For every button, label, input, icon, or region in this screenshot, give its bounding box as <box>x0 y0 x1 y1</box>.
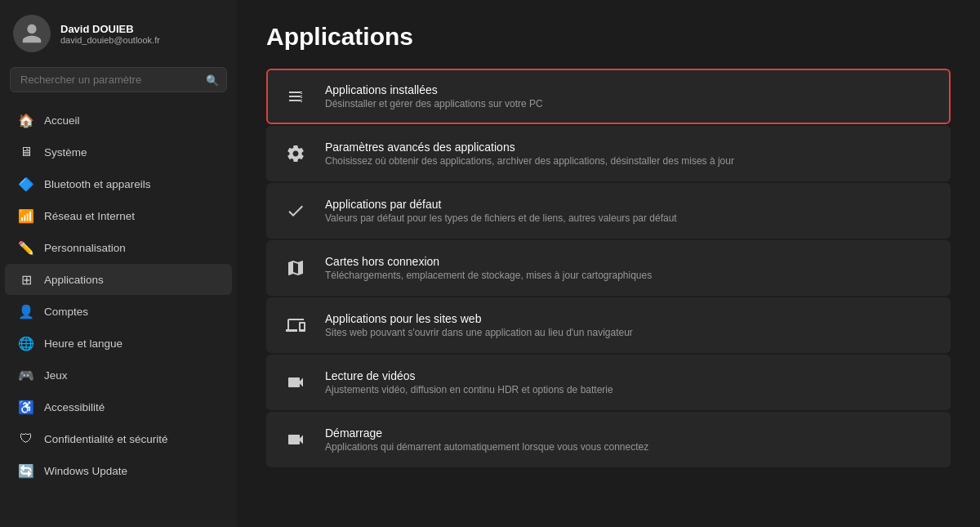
settings-title-video: Lecture de vidéos <box>325 369 613 382</box>
settings-icon-advanced <box>281 139 310 168</box>
settings-item-offline-maps[interactable]: Cartes hors connexion Téléchargements, e… <box>266 240 951 296</box>
nav-label-personnalisation: Personnalisation <box>44 242 126 254</box>
settings-icon-offline-maps <box>281 253 310 283</box>
sidebar-item-systeme[interactable]: 🖥 Système <box>5 136 232 167</box>
settings-icon-default <box>281 196 310 226</box>
nav-icon-windows-update: 🔄 <box>18 462 34 479</box>
sidebar-item-heure[interactable]: 🌐 Heure et langue <box>5 328 232 359</box>
settings-text-default: Applications par défaut Valeurs par défa… <box>325 198 677 224</box>
settings-title-offline-maps: Cartes hors connexion <box>325 255 652 268</box>
nav-icon-heure: 🌐 <box>18 335 34 351</box>
settings-text-offline-maps: Cartes hors connexion Téléchargements, e… <box>325 255 652 281</box>
nav-label-comptes: Comptes <box>44 306 88 318</box>
settings-desc-default: Valeurs par défaut pour les types de fic… <box>325 212 677 224</box>
sidebar-item-reseau[interactable]: 📶 Réseau et Internet <box>5 200 232 231</box>
settings-desc-startup: Applications qui démarrent automatiqueme… <box>325 441 648 453</box>
user-name: David DOUIEB <box>60 23 160 35</box>
settings-text-startup: Démarrage Applications qui démarrent aut… <box>325 427 648 453</box>
search-container: 🔍 <box>10 67 227 92</box>
nav-label-accueil: Accueil <box>44 114 80 127</box>
main-content: Applications Applications installées Dés… <box>237 0 980 527</box>
settings-item-default[interactable]: Applications par défaut Valeurs par défa… <box>266 183 951 239</box>
settings-title-advanced: Paramètres avancés des applications <box>325 141 734 154</box>
settings-list: Applications installées Désinstaller et … <box>266 69 951 467</box>
settings-text-advanced: Paramètres avancés des applications Choi… <box>325 141 734 167</box>
settings-title-websites: Applications pour les sites web <box>325 312 633 325</box>
nav-list: 🏠 Accueil 🖥 Système 🔷 Bluetooth et appar… <box>0 100 237 490</box>
settings-title-installed: Applications installées <box>325 83 543 96</box>
sidebar-item-confidentialite[interactable]: 🛡 Confidentialité et sécurité <box>5 423 232 454</box>
settings-icon-startup <box>281 425 310 454</box>
sidebar-item-personnalisation[interactable]: ✏️ Personnalisation <box>5 232 232 263</box>
nav-icon-personnalisation: ✏️ <box>18 239 34 256</box>
nav-icon-bluetooth: 🔷 <box>18 176 34 192</box>
nav-label-confidentialite: Confidentialité et sécurité <box>44 433 168 445</box>
nav-label-windows-update: Windows Update <box>44 465 127 477</box>
sidebar-item-accessibilite[interactable]: ♿ Accessibilité <box>5 391 232 422</box>
nav-icon-accueil: 🏠 <box>18 112 34 128</box>
settings-item-video[interactable]: Lecture de vidéos Ajustements vidéo, dif… <box>266 355 951 410</box>
settings-desc-advanced: Choisissez où obtenir des applications, … <box>325 155 734 167</box>
sidebar-item-bluetooth[interactable]: 🔷 Bluetooth et appareils <box>5 168 232 199</box>
nav-icon-reseau: 📶 <box>18 208 34 224</box>
search-input[interactable] <box>10 67 227 92</box>
nav-label-systeme: Système <box>44 146 87 159</box>
settings-item-installed[interactable]: Applications installées Désinstaller et … <box>266 69 951 124</box>
settings-icon-video <box>281 368 310 397</box>
settings-item-advanced[interactable]: Paramètres avancés des applications Choi… <box>266 126 951 181</box>
settings-item-websites[interactable]: Applications pour les sites web Sites we… <box>266 297 951 353</box>
settings-desc-offline-maps: Téléchargements, emplacement de stockage… <box>325 270 652 281</box>
user-email: david_douieb@outlook.fr <box>60 35 160 45</box>
settings-desc-websites: Sites web pouvant s'ouvrir dans une appl… <box>325 327 633 338</box>
sidebar-item-windows-update[interactable]: 🔄 Windows Update <box>5 455 232 486</box>
nav-icon-systeme: 🖥 <box>18 144 34 160</box>
settings-item-startup[interactable]: Démarrage Applications qui démarrent aut… <box>266 412 951 467</box>
avatar <box>13 15 51 52</box>
sidebar-item-jeux[interactable]: 🎮 Jeux <box>5 360 232 391</box>
settings-text-installed: Applications installées Désinstaller et … <box>325 83 543 109</box>
page-title: Applications <box>266 23 951 51</box>
nav-icon-accessibilite: ♿ <box>18 399 34 415</box>
sidebar-item-accueil[interactable]: 🏠 Accueil <box>5 105 232 136</box>
settings-icon-installed <box>281 82 310 111</box>
settings-icon-websites <box>281 310 310 340</box>
nav-icon-comptes: 👤 <box>18 303 34 319</box>
nav-label-reseau: Réseau et Internet <box>44 210 135 222</box>
nav-label-applications: Applications <box>44 274 104 286</box>
user-info: David DOUIEB david_douieb@outlook.fr <box>60 23 160 45</box>
nav-icon-applications: ⊞ <box>18 271 34 288</box>
sidebar-item-applications[interactable]: ⊞ Applications <box>5 264 232 295</box>
settings-title-startup: Démarrage <box>325 427 648 440</box>
user-profile[interactable]: David DOUIEB david_douieb@outlook.fr <box>0 0 237 64</box>
settings-desc-video: Ajustements vidéo, diffusion en continu … <box>325 384 613 395</box>
nav-label-accessibilite: Accessibilité <box>44 401 105 413</box>
nav-label-jeux: Jeux <box>44 369 68 382</box>
sidebar: David DOUIEB david_douieb@outlook.fr 🔍 🏠… <box>0 0 237 527</box>
settings-text-video: Lecture de vidéos Ajustements vidéo, dif… <box>325 369 613 395</box>
nav-icon-confidentialite: 🛡 <box>18 431 34 447</box>
search-icon: 🔍 <box>206 74 219 86</box>
settings-text-websites: Applications pour les sites web Sites we… <box>325 312 633 338</box>
nav-label-heure: Heure et langue <box>44 337 122 350</box>
nav-label-bluetooth: Bluetooth et appareils <box>44 178 151 190</box>
nav-icon-jeux: 🎮 <box>18 367 34 383</box>
sidebar-item-comptes[interactable]: 👤 Comptes <box>5 296 232 327</box>
settings-desc-installed: Désinstaller et gérer des applications s… <box>325 98 543 109</box>
settings-title-default: Applications par défaut <box>325 198 677 211</box>
